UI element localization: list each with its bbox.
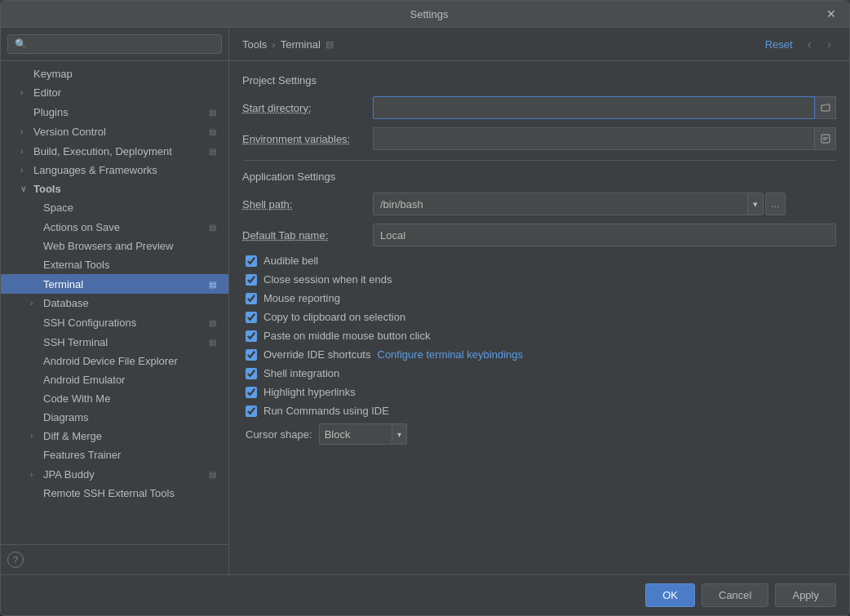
sidebar-item-ssh-config[interactable]: SSH Configurations ▤ bbox=[1, 312, 228, 332]
override-ide-label[interactable]: Override IDE shortcuts bbox=[263, 348, 371, 361]
shell-path-browse-button[interactable]: … bbox=[765, 193, 786, 215]
mouse-reporting-label[interactable]: Mouse reporting bbox=[263, 292, 340, 304]
sidebar-item-keymap[interactable]: Keymap bbox=[1, 64, 228, 83]
paste-middle-checkbox[interactable] bbox=[246, 330, 257, 342]
sidebar-item-terminal[interactable]: Terminal ▤ bbox=[1, 274, 228, 294]
sidebar-item-features-trainer[interactable]: Features Trainer bbox=[1, 445, 228, 464]
tools-chevron: ∨ bbox=[20, 184, 30, 193]
db-label: Database bbox=[43, 297, 89, 309]
section-divider-1 bbox=[242, 160, 836, 161]
shell-path-select[interactable]: /bin/bash bbox=[373, 193, 748, 215]
sidebar-item-android-dfe[interactable]: Android Device File Explorer bbox=[1, 352, 228, 370]
override-ide-checkbox[interactable] bbox=[246, 349, 257, 361]
search-input[interactable] bbox=[7, 34, 222, 54]
sidebar-list: Keymap › Editor Plugins ▤ › Version Cont… bbox=[1, 61, 228, 544]
audible-bell-label[interactable]: Audible bell bbox=[263, 255, 318, 267]
plugins-label: Plugins bbox=[33, 106, 69, 118]
default-tab-input[interactable] bbox=[373, 224, 836, 246]
header-actions: Reset ‹ › bbox=[762, 36, 836, 52]
sidebar-item-external-tools[interactable]: External Tools bbox=[1, 255, 228, 274]
sidebar-item-ssh-terminal[interactable]: SSH Terminal ▤ bbox=[1, 332, 228, 352]
diag-label: Diagrams bbox=[43, 411, 89, 423]
lang-chevron: › bbox=[20, 166, 30, 175]
sidebar-item-jpa-buddy[interactable]: › JPA Buddy ▤ bbox=[1, 464, 228, 484]
editor-label: Editor bbox=[33, 86, 61, 99]
main-content: Tools › Terminal ▤ Reset ‹ › Project Set… bbox=[229, 28, 849, 574]
db-chevron: › bbox=[30, 299, 40, 308]
terminal-label: Terminal bbox=[43, 278, 83, 290]
close-button[interactable]: ✕ bbox=[823, 6, 839, 22]
start-directory-browse-button[interactable] bbox=[815, 96, 836, 119]
run-commands-label[interactable]: Run Commands using IDE bbox=[263, 405, 389, 417]
run-commands-checkbox[interactable] bbox=[246, 405, 257, 417]
sidebar-item-languages[interactable]: › Languages & Frameworks bbox=[1, 161, 228, 179]
env-vars-input[interactable] bbox=[373, 127, 815, 150]
application-settings-title: Application Settings bbox=[242, 171, 836, 183]
ae-label: Android Emulator bbox=[43, 374, 125, 386]
cursor-select-arrow[interactable]: ▾ bbox=[392, 423, 407, 445]
breadcrumb-tools[interactable]: Tools bbox=[242, 38, 267, 51]
web-label: Web Browsers and Preview bbox=[43, 240, 173, 252]
checkbox-close-session: Close session when it ends bbox=[242, 273, 836, 286]
env-vars-edit-button[interactable] bbox=[815, 127, 836, 150]
folder-icon bbox=[821, 103, 830, 113]
sidebar-item-android-emulator[interactable]: Android Emulator bbox=[1, 370, 228, 389]
env-vars-label: Environment variables: bbox=[242, 133, 373, 145]
sidebar: Keymap › Editor Plugins ▤ › Version Cont… bbox=[1, 28, 229, 574]
checkbox-mouse-reporting: Mouse reporting bbox=[242, 292, 836, 304]
shell-integration-checkbox[interactable] bbox=[246, 368, 257, 379]
cursor-shape-label: Cursor shape: bbox=[246, 428, 312, 441]
sshterm-badge: ▤ bbox=[206, 335, 219, 348]
sidebar-item-space[interactable]: Space bbox=[1, 198, 228, 217]
sidebar-item-version-control[interactable]: › Version Control ▤ bbox=[1, 122, 228, 141]
apply-button[interactable]: Apply bbox=[775, 583, 836, 607]
checkbox-run-commands: Run Commands using IDE bbox=[242, 405, 836, 417]
sidebar-item-web-browsers[interactable]: Web Browsers and Preview bbox=[1, 237, 228, 255]
close-session-label[interactable]: Close session when it ends bbox=[263, 273, 392, 286]
nav-forward-button[interactable]: › bbox=[822, 36, 836, 52]
sidebar-item-build[interactable]: › Build, Execution, Deployment ▤ bbox=[1, 141, 228, 161]
sidebar-item-diff-merge[interactable]: › Diff & Merge bbox=[1, 427, 228, 445]
sidebar-item-database[interactable]: › Database bbox=[1, 294, 228, 312]
sshconfig-label: SSH Configurations bbox=[43, 317, 136, 329]
start-directory-row: Start directory: bbox=[242, 96, 836, 119]
search-bar bbox=[1, 28, 228, 61]
sidebar-item-editor[interactable]: › Editor bbox=[1, 83, 228, 102]
nav-back-button[interactable]: ‹ bbox=[803, 36, 817, 52]
breadcrumb: Tools › Terminal ▤ bbox=[242, 38, 334, 51]
configure-keybindings-link[interactable]: Configure terminal keybindings bbox=[378, 348, 523, 361]
sidebar-item-tools[interactable]: ∨ Tools bbox=[1, 179, 228, 198]
sidebar-item-plugins[interactable]: Plugins ▤ bbox=[1, 102, 228, 122]
exttools-label: External Tools bbox=[43, 259, 109, 271]
start-directory-input[interactable] bbox=[373, 96, 815, 119]
copy-clipboard-checkbox[interactable] bbox=[246, 312, 257, 323]
audible-bell-checkbox[interactable] bbox=[246, 255, 257, 267]
cancel-button[interactable]: Cancel bbox=[702, 583, 768, 607]
sshterm-label: SSH Terminal bbox=[43, 336, 108, 348]
highlight-hyperlinks-label[interactable]: Highlight hyperlinks bbox=[263, 386, 356, 398]
checkbox-paste-middle: Paste on middle mouse button click bbox=[242, 330, 836, 342]
highlight-hyperlinks-checkbox[interactable] bbox=[246, 387, 257, 398]
breadcrumb-icon[interactable]: ▤ bbox=[325, 39, 334, 50]
checkbox-highlight-hyperlinks: Highlight hyperlinks bbox=[242, 386, 836, 398]
env-vars-field bbox=[373, 127, 836, 150]
cursor-shape-select[interactable]: BlockUnderlineVertical bbox=[319, 423, 392, 445]
reset-button[interactable]: Reset bbox=[762, 37, 796, 52]
checkbox-audible-bell: Audible bell bbox=[242, 255, 836, 267]
sidebar-item-diagrams[interactable]: Diagrams bbox=[1, 408, 228, 427]
close-session-checkbox[interactable] bbox=[246, 274, 257, 286]
dialog-title: Settings bbox=[35, 8, 823, 20]
sidebar-item-remote-ssh[interactable]: Remote SSH External Tools bbox=[1, 484, 228, 503]
aosave-badge: ▤ bbox=[206, 220, 219, 233]
dialog-footer: OK Cancel Apply bbox=[1, 574, 849, 615]
paste-middle-label[interactable]: Paste on middle mouse button click bbox=[263, 330, 431, 342]
sidebar-item-code-with-me[interactable]: Code With Me bbox=[1, 389, 228, 408]
ok-button[interactable]: OK bbox=[645, 583, 695, 607]
sidebar-item-actions-on-save[interactable]: Actions on Save ▤ bbox=[1, 217, 228, 237]
build-chevron: › bbox=[20, 147, 30, 156]
mouse-reporting-checkbox[interactable] bbox=[246, 293, 257, 304]
shell-integration-label[interactable]: Shell integration bbox=[263, 367, 339, 379]
copy-clipboard-label[interactable]: Copy to clipboard on selection bbox=[263, 311, 405, 323]
help-button[interactable]: ? bbox=[7, 552, 24, 568]
shell-path-arrow[interactable]: ▾ bbox=[748, 193, 764, 215]
